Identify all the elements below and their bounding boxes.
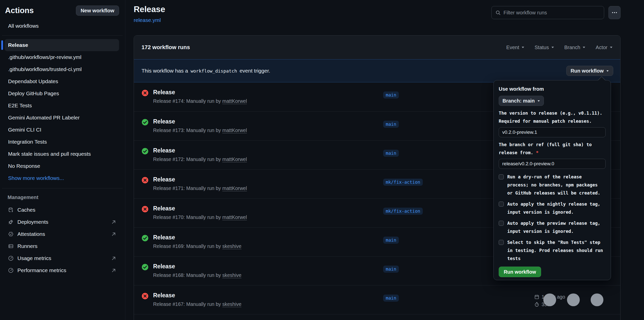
run-description: Release #171: Manually run by mattKorwel xyxy=(153,185,247,192)
filter-status-button[interactable]: Status xyxy=(535,45,554,50)
checkbox-label: Auto apply the nightly release tag, inpu… xyxy=(507,200,604,216)
checkbox[interactable] xyxy=(499,240,504,245)
sidebar-workflow-release[interactable]: Release xyxy=(5,39,119,51)
run-description: Release #174: Manually run by mattKorwel xyxy=(153,98,247,105)
sidebar-workflow-label: Release xyxy=(8,42,28,48)
sidebar-workflow-e2e-tests[interactable]: E2E Tests xyxy=(5,100,119,112)
popover-fields: The version to release (e.g., v0.1.11). … xyxy=(499,109,606,169)
sidebar-item-caches[interactable]: Caches xyxy=(0,204,125,216)
sidebar-workflow-github-workflows-trusted-ci-yml[interactable]: .github/workflows/trusted-ci.yml xyxy=(5,63,119,75)
sidebar-workflow-integration-tests[interactable]: Integration Tests xyxy=(5,136,119,148)
field-input[interactable] xyxy=(499,127,606,137)
checkbox-label: Select to skip the "Run Tests" step in t… xyxy=(507,238,604,263)
sidebar-item-deployments[interactable]: Deployments xyxy=(0,216,125,228)
sidebar-item-all-workflows[interactable]: All workflows xyxy=(5,21,119,31)
field-input[interactable] xyxy=(499,159,606,169)
branch-label[interactable]: main xyxy=(383,237,399,244)
workflow-file-link[interactable]: release.yml xyxy=(134,17,161,24)
actor-link[interactable]: skeshive xyxy=(222,272,241,278)
branch-label[interactable]: main xyxy=(383,295,399,302)
actor-link[interactable]: skeshive xyxy=(222,243,241,249)
run-title-link[interactable]: Release xyxy=(153,176,175,183)
sidebar-workflow-gemini-automated-pr-labeler[interactable]: Gemini Automated PR Labeler xyxy=(5,112,119,124)
workflow-options-button[interactable] xyxy=(608,6,621,19)
sidebar-divider xyxy=(2,35,123,36)
sidebar-item-attestations[interactable]: Attestations xyxy=(0,228,125,240)
run-title-link[interactable]: Release xyxy=(153,88,175,96)
filter-workflow-runs-box xyxy=(491,6,604,19)
branch-label[interactable]: mk/fix-action xyxy=(383,208,423,215)
run-description: Release #169: Manually run by skeshive xyxy=(153,243,241,250)
server-icon xyxy=(8,243,14,249)
arrow-up-right-icon xyxy=(111,268,116,273)
filter-label: Branch xyxy=(564,45,580,50)
sidebar-workflow-label: Mark stale issues and pull requests xyxy=(8,151,91,157)
checkbox-label: Run a dry-run of the release process; no… xyxy=(507,173,604,197)
run-failed-icon xyxy=(142,89,149,97)
selected-indicator xyxy=(1,40,3,50)
filter-branch-button[interactable]: Branch xyxy=(564,45,585,50)
checkbox[interactable] xyxy=(499,202,504,207)
filter-actor-button[interactable]: Actor xyxy=(596,45,613,50)
actor-link[interactable]: mattKorwel xyxy=(222,214,247,220)
sidebar-workflow-label: Dependabot Updates xyxy=(8,78,58,84)
sidebar-workflow-no-response[interactable]: No Response xyxy=(5,160,119,172)
workflow-nav: Release.github/workflows/pr-review.yml.g… xyxy=(0,39,125,172)
sidebar-workflow-github-workflows-pr-review-yml[interactable]: .github/workflows/pr-review.yml xyxy=(5,51,119,63)
sidebar-workflow-label: No Response xyxy=(8,163,40,169)
sidebar-workflow-dependabot-updates[interactable]: Dependabot Updates xyxy=(5,75,119,87)
actor-link[interactable]: mattKorwel xyxy=(222,127,247,133)
sidebar-workflow-label: Integration Tests xyxy=(8,139,47,145)
run-description: Release #170: Manually run by mattKorwel xyxy=(153,214,247,221)
sidebar-item-runners[interactable]: Runners xyxy=(0,240,125,252)
sidebar-workflow-label: Gemini CLI CI xyxy=(8,127,41,133)
meter-icon xyxy=(8,268,14,273)
checkbox[interactable] xyxy=(499,221,504,226)
branch-label[interactable]: main xyxy=(383,150,399,157)
branch-label[interactable]: main xyxy=(383,91,399,99)
banner-text: This workflow has aworkflow_dispatcheven… xyxy=(142,68,270,74)
arrow-up-right-icon xyxy=(111,232,116,237)
actor-link[interactable]: mattKorwel xyxy=(222,156,247,162)
actor-link[interactable]: skeshive xyxy=(222,301,241,307)
sidebar-item-performance-metrics[interactable]: Performance metrics xyxy=(0,264,125,276)
run-title-link[interactable]: Release xyxy=(153,292,175,299)
popover-checkboxes: Run a dry-run of the release process; no… xyxy=(499,173,606,263)
branch-label[interactable]: main xyxy=(383,266,399,273)
filter-workflow-runs-input[interactable] xyxy=(503,10,600,16)
sidebar-workflow-label: Gemini Automated PR Labeler xyxy=(8,115,80,121)
run-title-link[interactable]: Release xyxy=(153,234,175,241)
field-description: The branch or ref (full git sha) to rele… xyxy=(499,141,606,157)
run-title-link[interactable]: Release xyxy=(153,118,175,125)
required-asterisk: * xyxy=(536,150,539,155)
caret-down-icon xyxy=(551,46,554,48)
new-workflow-button[interactable]: New workflow xyxy=(76,6,119,16)
run-description: Release #172: Manually run by mattKorwel xyxy=(153,156,247,163)
filter-label: Event xyxy=(506,45,519,50)
sidebar-item-usage-metrics[interactable]: Usage metrics xyxy=(0,252,125,264)
run-title-link[interactable]: Release xyxy=(153,147,175,154)
sidebar-workflow-gemini-cli-ci[interactable]: Gemini CLI CI xyxy=(5,124,119,136)
field-description: The version to release (e.g., v0.1.11). … xyxy=(499,109,606,125)
arrow-up-right-icon xyxy=(111,220,116,225)
actions-sidebar: Actions New workflow All workflows Relea… xyxy=(0,0,125,320)
sidebar-workflow-deploy-github-pages[interactable]: Deploy GitHub Pages xyxy=(5,87,119,100)
run-workflow-popover: Use workflow from Branch: main The versi… xyxy=(493,80,611,280)
sidebar-workflow-mark-stale-issues-and-pull-requests[interactable]: Mark stale issues and pull requests xyxy=(5,148,119,160)
show-more-workflows-link[interactable]: Show more workflows... xyxy=(5,172,119,184)
cache-icon xyxy=(8,207,14,213)
checkbox[interactable] xyxy=(499,174,504,179)
actor-link[interactable]: mattKorwel xyxy=(222,185,247,191)
filter-event-button[interactable]: Event xyxy=(506,45,524,50)
run-failed-icon xyxy=(142,177,149,184)
sidebar-workflow-label: .github/workflows/trusted-ci.yml xyxy=(8,66,82,72)
branch-selector-button[interactable]: Branch: main xyxy=(499,96,544,106)
run-title-link[interactable]: Release xyxy=(153,263,175,270)
run-title-link[interactable]: Release xyxy=(153,205,175,212)
branch-label[interactable]: mk/fix-action xyxy=(383,179,423,186)
checkbox-row: Auto apply the preview release tag, inpu… xyxy=(499,219,606,235)
management-item-label: Deployments xyxy=(17,219,48,225)
actor-link[interactable]: mattKorwel xyxy=(222,98,247,104)
run-workflow-submit-button[interactable]: Run workflow xyxy=(499,267,541,277)
branch-label[interactable]: main xyxy=(383,121,399,128)
